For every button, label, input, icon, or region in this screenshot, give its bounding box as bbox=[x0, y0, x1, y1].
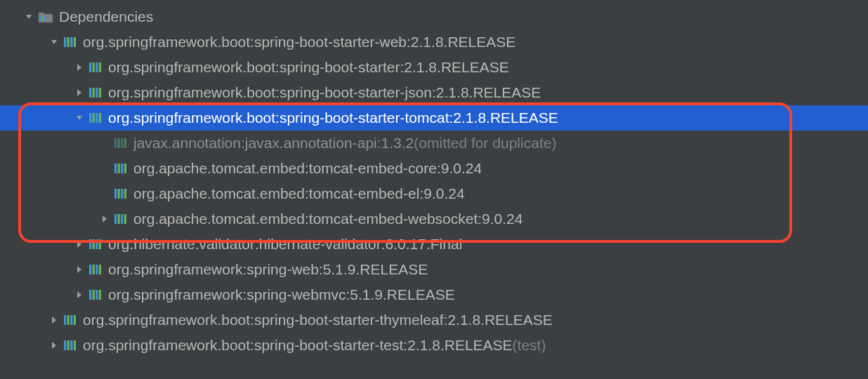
svg-rect-47 bbox=[64, 315, 66, 325]
svg-rect-26 bbox=[124, 164, 126, 173]
svg-rect-36 bbox=[93, 239, 95, 249]
svg-rect-41 bbox=[96, 265, 98, 274]
tree-item[interactable]: org.apache.tomcat.embed:tomcat-embed-cor… bbox=[0, 156, 868, 181]
tree-item-label: org.hibernate.validator:hibernate-valida… bbox=[108, 236, 462, 253]
chevron-down-icon[interactable] bbox=[24, 13, 34, 21]
library-icon bbox=[88, 288, 103, 302]
svg-rect-6 bbox=[74, 37, 76, 47]
svg-rect-29 bbox=[121, 189, 123, 199]
svg-rect-37 bbox=[96, 239, 98, 249]
svg-rect-20 bbox=[118, 138, 120, 148]
svg-rect-19 bbox=[114, 138, 117, 148]
svg-rect-8 bbox=[93, 62, 95, 72]
svg-rect-43 bbox=[89, 290, 91, 300]
svg-rect-50 bbox=[74, 315, 76, 325]
tree-item-label: org.springframework:spring-web:5.1.9.REL… bbox=[108, 261, 428, 278]
chevron-down-icon[interactable] bbox=[74, 114, 84, 122]
tree-item-label: javax.annotation:javax.annotation-api:1.… bbox=[133, 135, 414, 152]
svg-rect-23 bbox=[114, 164, 117, 173]
tree-item[interactable]: org.springframework.boot:spring-boot-sta… bbox=[0, 307, 868, 333]
svg-rect-10 bbox=[99, 62, 101, 72]
tree-item[interactable]: org.hibernate.validator:hibernate-valida… bbox=[0, 232, 868, 257]
tree-item-suffix: (test) bbox=[513, 337, 546, 354]
svg-rect-42 bbox=[99, 265, 101, 274]
dependency-tree: Dependencies org.springframework.boot:sp… bbox=[0, 0, 868, 358]
chevron-right-icon[interactable] bbox=[49, 341, 59, 350]
tree-item-label: org.apache.tomcat.embed:tomcat-embed-web… bbox=[133, 211, 522, 227]
svg-rect-5 bbox=[70, 37, 72, 47]
tree-item[interactable]: org.springframework:spring-web:5.1.9.REL… bbox=[0, 257, 868, 282]
tree-item-label: org.springframework:spring-webmvc:5.1.9.… bbox=[108, 286, 455, 303]
tree-item[interactable]: org.springframework.boot:spring-boot-sta… bbox=[0, 333, 868, 358]
chevron-right-icon[interactable] bbox=[74, 240, 84, 248]
svg-rect-7 bbox=[89, 62, 91, 72]
tree-item-label: org.springframework.boot:spring-boot-sta… bbox=[108, 109, 558, 126]
tree-item-label: org.springframework.boot:spring-boot-sta… bbox=[108, 59, 509, 76]
tree-item-label: org.springframework.boot:spring-boot-sta… bbox=[83, 337, 513, 354]
chevron-right-icon[interactable] bbox=[74, 291, 84, 299]
library-icon bbox=[88, 237, 103, 251]
tree-root-label: Dependencies bbox=[59, 8, 153, 25]
svg-rect-39 bbox=[89, 265, 91, 274]
library-icon bbox=[88, 60, 103, 74]
svg-rect-22 bbox=[124, 138, 126, 148]
chevron-right-icon[interactable] bbox=[100, 215, 110, 223]
tree-item[interactable]: org.springframework.boot:spring-boot-sta… bbox=[0, 80, 868, 105]
tree-item-label: org.springframework.boot:spring-boot-sta… bbox=[83, 34, 515, 51]
svg-rect-53 bbox=[70, 340, 72, 350]
library-icon bbox=[63, 35, 77, 49]
svg-rect-12 bbox=[93, 88, 95, 98]
library-icon bbox=[63, 338, 77, 352]
svg-rect-38 bbox=[99, 239, 101, 249]
svg-rect-44 bbox=[93, 290, 95, 300]
chevron-right-icon[interactable] bbox=[74, 265, 84, 274]
svg-rect-35 bbox=[89, 239, 91, 249]
svg-rect-45 bbox=[96, 290, 98, 300]
svg-rect-48 bbox=[67, 315, 70, 325]
svg-rect-32 bbox=[118, 214, 120, 224]
svg-rect-34 bbox=[124, 214, 126, 224]
library-icon bbox=[88, 86, 103, 100]
svg-rect-0 bbox=[40, 16, 41, 21]
tree-item-label: org.apache.tomcat.embed:tomcat-embed-el:… bbox=[133, 185, 465, 202]
chevron-right-icon[interactable] bbox=[74, 88, 84, 97]
tree-item[interactable]: org.springframework.boot:spring-boot-sta… bbox=[0, 55, 868, 80]
svg-rect-54 bbox=[74, 340, 76, 350]
tree-item-label: org.springframework.boot:spring-boot-sta… bbox=[83, 312, 553, 328]
svg-rect-15 bbox=[89, 113, 91, 123]
svg-rect-51 bbox=[64, 340, 66, 350]
chevron-down-icon[interactable] bbox=[49, 38, 59, 46]
svg-rect-27 bbox=[114, 189, 117, 199]
library-icon bbox=[88, 111, 103, 125]
svg-rect-28 bbox=[118, 189, 120, 199]
library-icon bbox=[114, 136, 128, 150]
library-icon bbox=[114, 161, 128, 175]
svg-rect-49 bbox=[70, 315, 72, 325]
svg-rect-2 bbox=[44, 16, 46, 21]
svg-rect-33 bbox=[121, 214, 123, 224]
svg-rect-17 bbox=[96, 113, 98, 123]
svg-rect-4 bbox=[67, 37, 70, 47]
svg-rect-52 bbox=[67, 340, 70, 350]
svg-rect-11 bbox=[89, 88, 91, 98]
tree-item[interactable]: org.springframework:spring-webmvc:5.1.9.… bbox=[0, 282, 868, 307]
tree-item[interactable]: org.apache.tomcat.embed:tomcat-embed-el:… bbox=[0, 181, 868, 206]
svg-rect-1 bbox=[42, 16, 44, 21]
svg-rect-30 bbox=[124, 189, 126, 199]
chevron-right-icon[interactable] bbox=[74, 63, 84, 72]
tree-item[interactable]: org.springframework.boot:spring-boot-sta… bbox=[0, 105, 868, 131]
svg-rect-18 bbox=[99, 113, 101, 123]
library-icon bbox=[114, 187, 128, 201]
svg-rect-13 bbox=[96, 88, 98, 98]
tree-item[interactable]: org.apache.tomcat.embed:tomcat-embed-web… bbox=[0, 206, 868, 232]
chevron-right-icon[interactable] bbox=[49, 316, 59, 324]
svg-rect-9 bbox=[96, 62, 98, 72]
library-icon bbox=[63, 313, 77, 327]
svg-rect-25 bbox=[121, 164, 123, 173]
tree-item[interactable]: javax.annotation:javax.annotation-api:1.… bbox=[0, 131, 868, 156]
tree-item-label: org.springframework.boot:spring-boot-sta… bbox=[108, 84, 541, 101]
svg-rect-3 bbox=[64, 37, 66, 47]
tree-root-row[interactable]: Dependencies bbox=[0, 4, 868, 29]
tree-item[interactable]: org.springframework.boot:spring-boot-sta… bbox=[0, 29, 868, 55]
library-icon bbox=[114, 212, 128, 226]
